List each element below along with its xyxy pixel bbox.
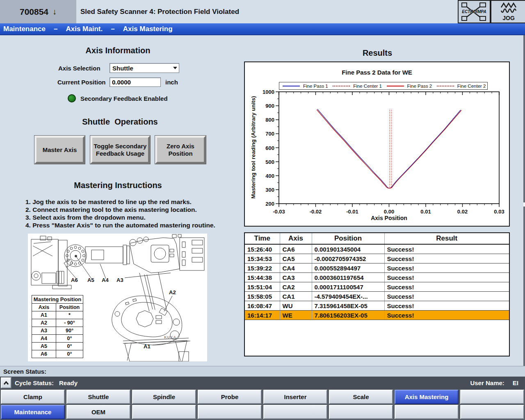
collapse-panel-button[interactable] — [1, 377, 11, 388]
zero-axis-position-button[interactable]: Zero Axis Position — [155, 136, 206, 164]
axis-selection-value: Shuttle — [110, 65, 171, 72]
softkey-shuttle[interactable]: Shuttle — [66, 390, 130, 404]
mastering-table-row: A50° — [32, 343, 83, 350]
mastering-table-row: A1* — [32, 311, 83, 319]
breadcrumb-item: Axis Mastering — [123, 25, 173, 33]
svg-text:200: 200 — [265, 201, 274, 207]
mastering-table-cell: - 90° — [56, 319, 83, 327]
mastering-table-cell: 0° — [56, 335, 83, 342]
softkey-empty[interactable] — [198, 405, 262, 419]
results-row[interactable]: 15:34:53CA5-0.0002705974352Success! — [245, 254, 509, 263]
results-row[interactable]: 15:58:05CA1-4.579409454EX-...Success! — [245, 292, 509, 301]
softkeys: ClampShuttleSpindleProbeInserterScaleAxi… — [0, 389, 525, 420]
results-row[interactable]: 15:26:40CA60.001901345004Success! — [245, 244, 509, 254]
softkey-empty[interactable] — [460, 405, 524, 419]
mastering-table-row: A40° — [32, 335, 83, 343]
softkey-spindle[interactable]: Spindle — [132, 390, 196, 404]
softkey-label: Clamp — [23, 393, 42, 400]
axis-label-a5: A5 — [87, 277, 94, 283]
chevron-down-icon[interactable] — [171, 64, 179, 73]
results-row[interactable]: 15:51:04CA20.0001711100547Success! — [245, 282, 509, 292]
svg-text:600: 600 — [265, 145, 274, 151]
softkey-empty[interactable] — [395, 405, 459, 419]
results-row[interactable]: 15:39:22CA40.000552894497Success! — [245, 263, 509, 273]
mastering-table-col: Position — [56, 304, 83, 311]
results-col-position: Position — [312, 233, 384, 244]
secondary-feedback-led — [68, 94, 76, 102]
results-row[interactable]: 15:44:38CA30.0003601197654Success! — [245, 273, 509, 282]
softkey-clamp[interactable]: Clamp — [1, 390, 65, 404]
softkey-axis-mastering[interactable]: Axis Mastering — [395, 390, 459, 404]
results-col-result: Result — [384, 233, 509, 244]
svg-text:400: 400 — [265, 173, 274, 179]
softkey-inserter[interactable]: Inserter — [263, 390, 327, 404]
jog-button[interactable]: JOG — [491, 0, 525, 23]
master-axis-button[interactable]: Master Axis — [34, 136, 85, 164]
right-edge-strip — [523, 35, 525, 366]
crossed-tools-icon: ECTROIMPA — [459, 2, 489, 22]
jog-icon: JOG — [496, 2, 521, 22]
mastering-table-cell: A3 — [32, 327, 56, 334]
right-edge-marker — [523, 202, 525, 207]
instruction-step: 4. Press "Master Axis" to run the automa… — [25, 221, 218, 229]
svg-text:-0.03: -0.03 — [273, 209, 285, 215]
softkey-empty[interactable] — [460, 390, 524, 404]
breadcrumb: Maintenance–Axis Maint.–Axis Mastering — [0, 23, 525, 35]
alarm-dropdown-arrow-icon[interactable]: ↓ — [52, 7, 57, 16]
mastering-table-cell: 0° — [56, 350, 83, 358]
results-row[interactable]: 16:08:47WU7.315961458EX-05Success! — [245, 301, 509, 311]
softkey-empty[interactable] — [132, 405, 196, 419]
softkey-row: MaintenanceOEM — [0, 405, 525, 419]
results-cell: 0.0001711100547 — [312, 282, 384, 292]
softkey-maintenance[interactable]: Maintenance — [1, 405, 65, 419]
results-cell: WU — [280, 301, 312, 311]
results-cell: -4.579409454EX-... — [312, 292, 384, 301]
softkey-label: Inserter — [284, 393, 306, 400]
results-row[interactable]: 16:14:17WE7.806156203EX-05Success! — [245, 311, 509, 320]
chart-y-axis-title: Mastering tool reading (Arbitrary units) — [250, 86, 256, 209]
toggle-secondary-feedback-button[interactable]: Toggle Secondary Feedback Usage — [90, 136, 150, 164]
screen-status-bar: Screen Status: — [0, 366, 525, 377]
softkey-label: Shuttle — [88, 393, 109, 400]
top-bar: 700854 ↓ Sled Safety Scanner 4: Protecti… — [0, 0, 525, 23]
results-cell: Success! — [384, 263, 509, 273]
softkey-empty[interactable] — [263, 405, 327, 419]
svg-text:800: 800 — [265, 117, 274, 123]
secondary-feedback-label: Secondary Feedback Enabled — [80, 94, 168, 104]
results-cell: 15:39:22 — [245, 263, 280, 273]
results-cell: CA6 — [280, 244, 312, 254]
results-cell: CA1 — [280, 292, 312, 301]
results-col-axis: Axis — [280, 233, 312, 244]
mastering-instructions-title: Mastering Instructions — [41, 181, 195, 190]
svg-text:0.02: 0.02 — [457, 209, 468, 215]
axis-label-a2: A2 — [169, 289, 176, 295]
svg-text:1000: 1000 — [262, 89, 274, 95]
alarm-number-block[interactable]: 700854 ↓ — [0, 0, 76, 23]
results-cell: 16:14:17 — [245, 311, 280, 320]
axis-selection-dropdown[interactable]: Shuttle — [110, 63, 179, 73]
mastering-table-cell: A6 — [32, 350, 56, 358]
axis-mastering-screen: 700854 ↓ Sled Safety Scanner 4: Protecti… — [0, 0, 525, 420]
logo-button[interactable]: ECTROIMPA — [458, 0, 491, 23]
results-cell: Success! — [384, 282, 509, 292]
mastering-table-cell: A5 — [32, 343, 56, 350]
current-position-field[interactable] — [110, 77, 161, 87]
mastering-table-title: Mastering Position — [32, 295, 83, 304]
softkey-empty[interactable] — [329, 405, 393, 419]
softkey-probe[interactable]: Probe — [198, 390, 262, 404]
unit-label: inch — [165, 77, 178, 87]
results-cell: 16:08:47 — [245, 301, 280, 311]
results-cell: 0.000552894497 — [312, 263, 384, 273]
axis-label-a4: A4 — [102, 277, 109, 283]
current-position-label: Current Position — [57, 77, 106, 87]
shuttle-operations-title: Shuttle Operations — [41, 117, 199, 127]
results-cell: Success! — [384, 244, 509, 254]
svg-text:900: 900 — [265, 103, 274, 109]
softkey-scale[interactable]: Scale — [329, 390, 393, 404]
softkey-label: Axis Mastering — [405, 393, 449, 400]
mastering-table-cell: A2 — [32, 319, 56, 327]
cycle-status-value: Ready — [59, 377, 78, 389]
softkey-oem[interactable]: OEM — [66, 405, 130, 419]
results-table-body: 15:26:40CA60.001901345004Success!15:34:5… — [245, 244, 509, 320]
svg-text:700: 700 — [265, 131, 274, 137]
